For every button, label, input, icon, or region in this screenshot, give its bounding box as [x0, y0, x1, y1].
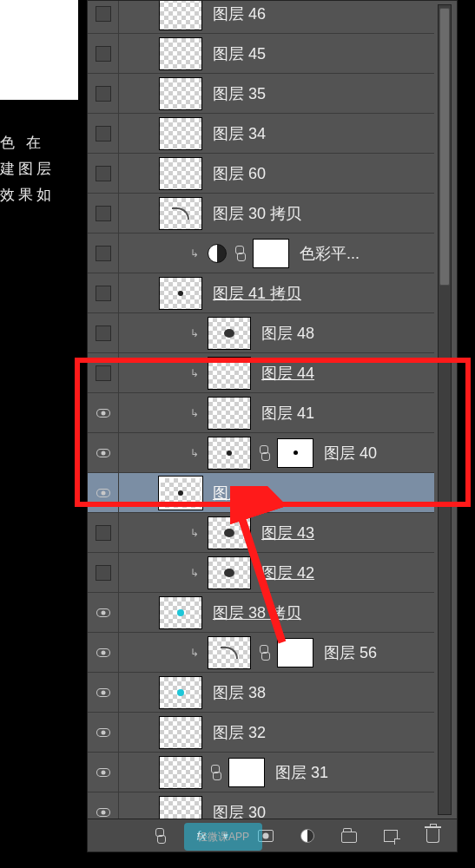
- visibility-toggle[interactable]: [88, 273, 119, 312]
- layer-row[interactable]: 图层 45: [88, 34, 434, 74]
- visibility-toggle[interactable]: [88, 313, 119, 352]
- layer-thumbnail[interactable]: [159, 596, 202, 629]
- visibility-toggle[interactable]: [88, 473, 119, 512]
- new-layer-icon[interactable]: [382, 827, 399, 845]
- layer-row[interactable]: ↳色彩平...: [88, 233, 434, 273]
- layer-row[interactable]: 图层 32: [88, 713, 434, 753]
- layer-name-label[interactable]: 图层 56: [320, 642, 377, 663]
- layer-name-label[interactable]: 图层 32: [209, 722, 266, 743]
- layer-thumbnail[interactable]: [208, 516, 251, 549]
- layer-row[interactable]: ↳图层 42: [88, 553, 434, 593]
- layer-row[interactable]: 图层 35: [88, 74, 434, 114]
- visibility-toggle[interactable]: [88, 713, 119, 752]
- mask-thumbnail[interactable]: [228, 758, 265, 787]
- layer-thumbnail[interactable]: [159, 477, 202, 510]
- layer-thumbnail[interactable]: [159, 77, 202, 110]
- link-layers-icon[interactable]: [151, 827, 168, 845]
- mask-thumbnail[interactable]: [253, 239, 289, 268]
- layer-thumbnail[interactable]: [208, 317, 251, 350]
- layer-thumbnail[interactable]: [159, 157, 202, 190]
- layer-thumbnail[interactable]: [159, 0, 202, 30]
- visibility-toggle[interactable]: [88, 553, 119, 592]
- layer-row[interactable]: 图层 41 拷贝: [88, 273, 434, 313]
- layer-row[interactable]: 图层 31: [88, 753, 434, 792]
- scrollbar[interactable]: [438, 4, 452, 815]
- visibility-toggle[interactable]: [88, 194, 119, 233]
- layer-row[interactable]: ↳图层 41: [88, 393, 434, 433]
- visibility-toggle[interactable]: [88, 233, 119, 273]
- mask-thumbnail[interactable]: [277, 638, 313, 667]
- layer-thumbnail[interactable]: [208, 397, 251, 430]
- visibility-toggle[interactable]: [88, 633, 119, 672]
- mask-link-icon[interactable]: [258, 445, 270, 461]
- layer-row[interactable]: 图层 38: [88, 673, 434, 713]
- layer-name-label[interactable]: 图层 38 拷贝: [209, 602, 301, 623]
- visibility-toggle[interactable]: [88, 74, 119, 113]
- visibility-toggle[interactable]: [88, 353, 119, 392]
- visibility-toggle[interactable]: [88, 673, 119, 712]
- visibility-toggle[interactable]: [88, 513, 119, 552]
- visibility-toggle[interactable]: [88, 433, 119, 472]
- mask-thumbnail[interactable]: [277, 438, 313, 468]
- layer-name-label[interactable]: 图层 43: [258, 523, 314, 543]
- layer-name-label[interactable]: 图层 35: [209, 83, 266, 104]
- group-icon[interactable]: [340, 827, 358, 845]
- visibility-toggle[interactable]: [88, 593, 119, 632]
- layer-row[interactable]: 图层 39: [88, 473, 434, 513]
- layer-row[interactable]: ↳图层 56: [88, 633, 434, 673]
- layer-thumbnail[interactable]: [208, 636, 251, 669]
- visibility-toggle[interactable]: [88, 393, 119, 432]
- layer-row[interactable]: 图层 34: [88, 114, 434, 154]
- layer-row[interactable]: 图层 30: [88, 792, 434, 819]
- layer-name-label[interactable]: 图层 42: [258, 562, 314, 583]
- layer-row[interactable]: 图层 46: [88, 0, 434, 34]
- mask-link-icon[interactable]: [209, 765, 221, 780]
- layer-thumbnail[interactable]: [159, 716, 202, 749]
- layer-name-label[interactable]: 图层 30 拷贝: [209, 203, 301, 224]
- visibility-toggle[interactable]: [88, 792, 119, 819]
- layer-row[interactable]: ↳图层 44: [88, 353, 434, 393]
- visibility-toggle[interactable]: [88, 154, 119, 193]
- clipping-mask-icon: ↳: [188, 407, 201, 419]
- layer-thumbnail[interactable]: [208, 357, 251, 390]
- layer-name-label[interactable]: 图层 44: [258, 363, 314, 384]
- scrollbar-thumb[interactable]: [439, 8, 450, 286]
- visibility-toggle[interactable]: [88, 114, 119, 153]
- layers-bottom-toolbar: fx ▾: [88, 819, 457, 852]
- layer-name-label[interactable]: 色彩平...: [296, 243, 360, 264]
- visibility-toggle[interactable]: [88, 753, 119, 792]
- layer-name-label[interactable]: 图层 46: [209, 3, 266, 24]
- layer-thumbnail[interactable]: [159, 37, 202, 70]
- layer-thumbnail[interactable]: [159, 117, 202, 150]
- layer-name-label[interactable]: 图层 60: [209, 163, 266, 184]
- visibility-toggle[interactable]: [88, 0, 119, 33]
- layer-row[interactable]: 图层 30 拷贝: [88, 194, 434, 233]
- layer-name-label[interactable]: 图层 38: [209, 682, 266, 703]
- mask-link-icon[interactable]: [234, 246, 246, 261]
- layer-name-label[interactable]: 图层 39: [209, 483, 266, 503]
- layer-name-label[interactable]: 图层 40: [320, 443, 377, 464]
- layer-thumbnail[interactable]: [208, 437, 251, 470]
- layer-row[interactable]: 图层 38 拷贝: [88, 593, 434, 633]
- layer-row[interactable]: 图层 60: [88, 154, 434, 194]
- mask-link-icon[interactable]: [258, 645, 270, 661]
- layer-thumbnail[interactable]: [208, 556, 251, 589]
- layer-name-label[interactable]: 图层 34: [209, 123, 266, 144]
- layer-thumbnail[interactable]: [159, 756, 202, 789]
- layer-thumbnail[interactable]: [159, 197, 202, 230]
- adjustment-layer-icon[interactable]: [299, 827, 316, 845]
- layer-name-label[interactable]: 图层 45: [209, 43, 266, 64]
- layer-thumbnail[interactable]: [159, 796, 202, 819]
- layer-name-label[interactable]: 图层 41 拷贝: [209, 283, 301, 304]
- visibility-toggle[interactable]: [88, 34, 119, 73]
- layer-thumbnail[interactable]: [159, 676, 202, 709]
- layer-thumbnail[interactable]: [159, 277, 202, 310]
- layer-row[interactable]: ↳图层 48: [88, 313, 434, 353]
- layer-row[interactable]: ↳图层 40: [88, 433, 434, 473]
- layer-name-label[interactable]: 图层 48: [258, 323, 314, 344]
- layer-name-label[interactable]: 图层 30: [209, 802, 266, 819]
- layer-name-label[interactable]: 图层 41: [258, 403, 314, 424]
- layer-row[interactable]: ↳图层 43: [88, 513, 434, 553]
- layer-name-label[interactable]: 图层 31: [272, 762, 328, 783]
- delete-layer-icon[interactable]: [424, 827, 441, 845]
